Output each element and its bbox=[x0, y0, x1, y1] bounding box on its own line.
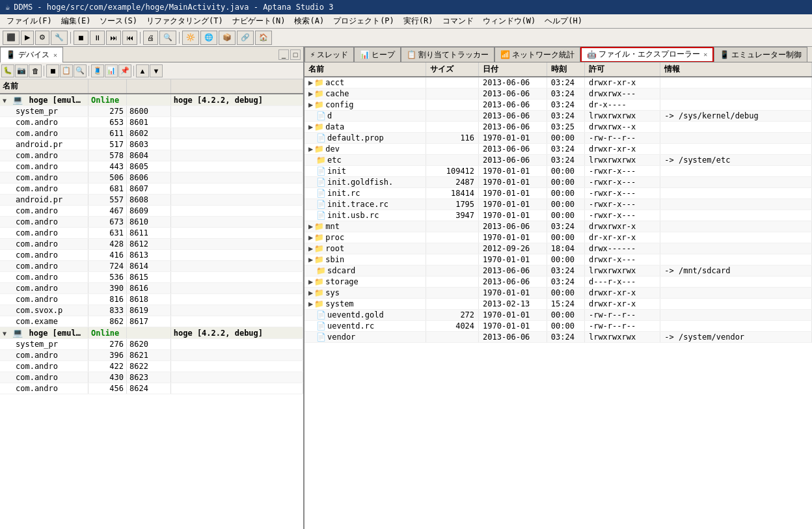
maximize-left-btn[interactable]: □ bbox=[290, 49, 301, 60]
left-tb-alloc-btn[interactable]: 📌 bbox=[118, 64, 131, 77]
table-row[interactable]: com.andro 416 8613 bbox=[0, 250, 303, 261]
table-row[interactable]: com.andro 430 8623 bbox=[0, 372, 303, 383]
list-item[interactable]: 📄ueventd.rc 4024 1970-01-01 00:00 -rw-r-… bbox=[304, 321, 812, 332]
tab-emulator-control[interactable]: 📱 エミュレーター制御 bbox=[714, 47, 807, 62]
table-row[interactable]: com.andro 816 8618 bbox=[0, 294, 303, 305]
toolbar-btn-4[interactable]: 🔧 bbox=[51, 31, 68, 45]
tab-threads[interactable]: ⚡ スレッド bbox=[304, 47, 354, 62]
list-item[interactable]: ▶📁config 2013-06-06 03:24 dr-x---- bbox=[304, 100, 812, 111]
list-item[interactable]: 📄init.usb.rc 3947 1970-01-01 00:00 -rwxr… bbox=[304, 210, 812, 221]
list-item[interactable]: ▶📁proc 1970-01-01 00:00 dr-xr-xr-x bbox=[304, 232, 812, 243]
table-row[interactable]: com.svox.p 833 8619 bbox=[0, 305, 303, 316]
toolbar-btn-13[interactable]: 📦 bbox=[219, 31, 236, 45]
table-row[interactable]: com.andro 422 8622 bbox=[0, 361, 303, 372]
toolbar-btn-11[interactable]: 🔆 bbox=[182, 31, 199, 45]
left-tb-down-btn[interactable]: ▼ bbox=[150, 64, 163, 77]
left-tb-heap-btn[interactable]: 📊 bbox=[105, 64, 118, 77]
toolbar-btn-12[interactable]: 🌐 bbox=[200, 31, 217, 45]
list-item[interactable]: 📄init.goldfish. 2487 1970-01-01 00:00 -r… bbox=[304, 177, 812, 188]
expand-icon[interactable]: ▶ bbox=[308, 222, 313, 231]
table-row[interactable]: com.andro 681 8607 bbox=[0, 183, 303, 195]
list-item[interactable]: ▶📁sbin 1970-01-01 00:00 drwxr-x--- bbox=[304, 254, 812, 265]
toolbar-btn-5[interactable]: ⏹ bbox=[74, 31, 88, 45]
menu-project[interactable]: プロジェクト(P) bbox=[329, 14, 398, 28]
table-row[interactable]: com.andro 467 8609 bbox=[0, 206, 303, 217]
menu-file[interactable]: ファイル(F) bbox=[3, 14, 56, 28]
list-item[interactable]: ▶📁sys 1970-01-01 00:00 drwxr-xr-x bbox=[304, 288, 812, 299]
expand-icon[interactable]: ▶ bbox=[308, 144, 313, 154]
table-row[interactable]: system_pr 275 8600 bbox=[0, 106, 303, 117]
left-tb-stop-btn[interactable]: ⏹ bbox=[46, 64, 59, 77]
table-row[interactable]: com.andro 396 8621 bbox=[0, 350, 303, 361]
table-row[interactable]: com.andro 673 8610 bbox=[0, 217, 303, 228]
tab-file-explorer-close[interactable]: ✕ bbox=[703, 51, 707, 58]
table-row[interactable]: com.andro 536 8615 bbox=[0, 272, 303, 283]
expand-icon[interactable]: ▶ bbox=[308, 288, 313, 297]
list-item[interactable]: 📄init 109412 1970-01-01 00:00 -rwxr-x--- bbox=[304, 166, 812, 177]
table-row[interactable]: com.andro 428 8612 bbox=[0, 239, 303, 250]
table-row[interactable]: com.andro 578 8604 bbox=[0, 150, 303, 161]
menu-run[interactable]: 実行(R) bbox=[399, 14, 437, 28]
toolbar-btn-10[interactable]: 🔍 bbox=[159, 31, 176, 45]
expand-icon[interactable]: ▶ bbox=[308, 255, 313, 264]
tab-heap[interactable]: 📊 ヒープ bbox=[354, 47, 401, 62]
toolbar-btn-9[interactable]: 🖨 bbox=[143, 31, 158, 45]
menu-help[interactable]: ヘルプ(H) bbox=[541, 14, 586, 28]
tab-alloc-tracker[interactable]: 📋 割り当てトラッカー bbox=[401, 47, 494, 62]
table-row[interactable]: com.andro 506 8606 bbox=[0, 172, 303, 183]
expand-icon[interactable]: ▶ bbox=[308, 277, 313, 286]
toolbar-btn-3[interactable]: ⚙ bbox=[35, 31, 49, 45]
list-item[interactable]: ▶📁dev 2013-06-06 03:24 drwxr-xr-x bbox=[304, 144, 812, 155]
expand-icon[interactable]: ▶ bbox=[308, 100, 313, 109]
table-row[interactable]: com.andro 456 8624 bbox=[0, 383, 303, 394]
table-row[interactable]: com.andro 653 8601 bbox=[0, 117, 303, 128]
expand-icon[interactable]: ▶ bbox=[308, 244, 313, 253]
expand-icon[interactable]: ▶ bbox=[308, 122, 313, 131]
table-row[interactable]: system_pr 276 8620 bbox=[0, 339, 303, 350]
toolbar-btn-15[interactable]: 🏠 bbox=[255, 31, 272, 45]
left-tb-thread-btn[interactable]: 🧵 bbox=[91, 64, 104, 77]
list-item[interactable]: ▶📁system 2013-02-13 15:24 drwxr-xr-x bbox=[304, 299, 812, 310]
expand-icon[interactable]: ▶ bbox=[308, 89, 313, 98]
list-item[interactable]: ▶📁cache 2013-06-06 03:24 drwxrwx--- bbox=[304, 88, 812, 100]
tab-devices[interactable]: 📱 デバイス ✕ bbox=[0, 47, 63, 62]
menu-navigate[interactable]: ナビゲート(N) bbox=[228, 14, 290, 28]
minimize-left-btn[interactable]: _ bbox=[278, 49, 289, 60]
table-row[interactable]: com.andro 724 8614 bbox=[0, 261, 303, 272]
menu-source[interactable]: ソース(S) bbox=[96, 14, 141, 28]
toolbar-btn-2[interactable]: ▶ bbox=[21, 31, 34, 45]
list-item[interactable]: ▶📁mnt 2013-06-06 03:24 drwxrwxr-x bbox=[304, 221, 812, 232]
tab-network-stats[interactable]: 📶 ネットワーク統計 bbox=[494, 47, 580, 62]
left-tb-up-btn[interactable]: ▲ bbox=[136, 64, 149, 77]
list-item[interactable]: 📄ueventd.gold 272 1970-01-01 00:00 -rw-r… bbox=[304, 310, 812, 321]
toolbar-btn-7[interactable]: ⏭ bbox=[106, 31, 121, 45]
list-item[interactable]: ▶📁data 2013-06-06 03:25 drwxrwx--x bbox=[304, 122, 812, 133]
toolbar-btn-1[interactable]: ⬛ bbox=[3, 31, 20, 45]
tab-file-explorer[interactable]: 🤖 ファイル・エクスプローラー ✕ bbox=[580, 47, 714, 62]
table-row[interactable]: com.exame 862 8617 bbox=[0, 316, 303, 327]
list-item[interactable]: ▶📁storage 2013-06-06 03:24 d---r-x--- bbox=[304, 277, 812, 288]
left-table-container[interactable]: 名前 ▼ 💻 hoge [emulat Online hoge [4.2.2, … bbox=[0, 79, 303, 529]
table-row[interactable]: android.pr 557 8608 bbox=[0, 195, 303, 206]
table-row[interactable]: com.andro 443 8605 bbox=[0, 161, 303, 172]
expand-icon[interactable]: ▶ bbox=[308, 299, 313, 308]
list-item[interactable]: 📄init.trace.rc 1795 1970-01-01 00:00 -rw… bbox=[304, 199, 812, 210]
menu-refactor[interactable]: リファクタリング(T) bbox=[142, 14, 227, 28]
list-item[interactable]: 📁sdcard 2013-06-06 03:24 lrwxrwxrwx -> /… bbox=[304, 265, 812, 277]
left-tb-delete-btn[interactable]: 🗑 bbox=[29, 64, 42, 77]
expand-icon[interactable]: ▶ bbox=[308, 233, 313, 242]
toolbar-btn-8[interactable]: ⏮ bbox=[122, 31, 137, 45]
table-row[interactable]: com.andro 390 8616 bbox=[0, 283, 303, 294]
list-item[interactable]: 📄vendor 2013-06-06 03:24 lrwxrwxrwx -> /… bbox=[304, 332, 812, 343]
menu-command[interactable]: コマンド bbox=[439, 14, 478, 28]
list-item[interactable]: 📄init.rc 18414 1970-01-01 00:00 -rwxr-x-… bbox=[304, 188, 812, 199]
menu-window[interactable]: ウィンドウ(W) bbox=[479, 14, 540, 28]
left-tb-inspect-btn[interactable]: 🔍 bbox=[74, 64, 87, 77]
toolbar-btn-14[interactable]: 🔗 bbox=[237, 31, 254, 45]
list-item[interactable]: ▶📁root 2012-09-26 18:04 drwx------ bbox=[304, 243, 812, 254]
list-item[interactable]: 📄default.prop 116 1970-01-01 00:00 -rw-r… bbox=[304, 133, 812, 144]
table-row[interactable]: ▼ 💻 hoge [emulat Online hoge [4.2.2, deb… bbox=[0, 327, 303, 339]
toolbar-btn-6[interactable]: ⏸ bbox=[90, 31, 105, 45]
list-item[interactable]: 📄d 2013-06-06 03:24 lrwxrwxrwx -> /sys/k… bbox=[304, 111, 812, 122]
right-table-container[interactable]: 名前 サイズ 日付 時刻 許可 情報 ▶📁acct 2013-06-06 03:… bbox=[304, 62, 812, 529]
